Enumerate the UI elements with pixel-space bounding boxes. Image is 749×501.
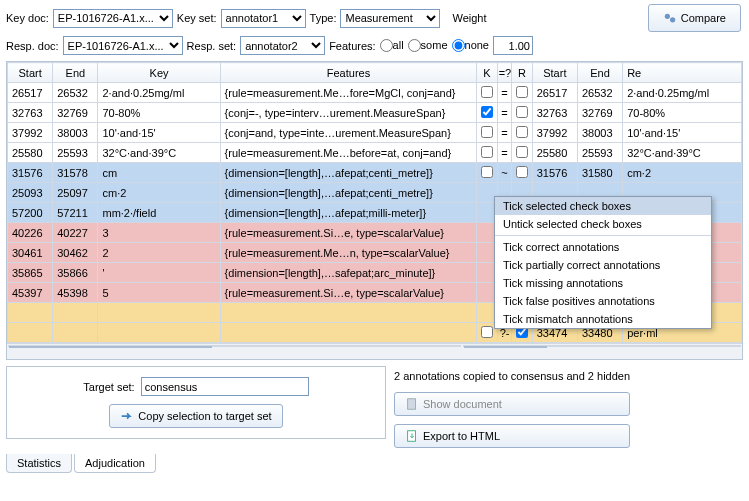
export-html-button[interactable]: Export to HTML xyxy=(394,424,630,448)
ctx-tick-mismatch[interactable]: Tick mismatch annotations xyxy=(495,310,711,328)
ctx-tick-selected[interactable]: Tick selected check boxes xyxy=(495,197,711,215)
row-checkbox[interactable] xyxy=(481,166,493,178)
col-start2[interactable]: Start xyxy=(532,63,577,83)
export-label: Export to HTML xyxy=(423,430,500,442)
resp-set-label: Resp. set: xyxy=(187,40,237,52)
ctx-sep xyxy=(495,235,711,236)
row-checkbox[interactable] xyxy=(481,146,493,158)
ctx-tick-fp[interactable]: Tick false positives annotations xyxy=(495,292,711,310)
svg-point-0 xyxy=(665,14,670,19)
col-start[interactable]: Start xyxy=(8,63,53,83)
target-set-label: Target set: xyxy=(83,381,134,393)
hscroll-left[interactable] xyxy=(7,343,462,359)
export-icon xyxy=(405,429,419,443)
ctx-untick-selected[interactable]: Untick selected check boxes xyxy=(495,215,711,233)
col-eq[interactable]: =? xyxy=(497,63,512,83)
col-end2[interactable]: End xyxy=(577,63,622,83)
ctx-tick-partial[interactable]: Tick partially correct annotations xyxy=(495,256,711,274)
table-row[interactable]: 379923800310'·and·15'{conj=and, type=int… xyxy=(8,123,742,143)
table-row[interactable]: 255802559332°C·and·39°C{rule=measurement… xyxy=(8,143,742,163)
resp-doc-select[interactable]: EP-1016726-A1.x... xyxy=(63,36,183,55)
svg-rect-2 xyxy=(408,399,416,410)
bottom-tabs: Statistics Adjudication xyxy=(6,454,743,473)
col-rest[interactable]: Re xyxy=(623,63,742,83)
bottom-area: Target set: Copy selection to target set… xyxy=(0,360,749,454)
gears-icon xyxy=(663,11,677,25)
col-end[interactable]: End xyxy=(53,63,98,83)
feat-some-radio[interactable]: some xyxy=(408,39,448,53)
features-label: Features: xyxy=(329,40,375,52)
show-document-button[interactable]: Show document xyxy=(394,392,630,416)
row-checkbox[interactable] xyxy=(481,86,493,98)
copy-selection-button[interactable]: Copy selection to target set xyxy=(109,404,282,428)
row-checkbox[interactable] xyxy=(516,146,528,158)
hscroll-right[interactable] xyxy=(462,343,742,359)
context-menu: Tick selected check boxes Untick selecte… xyxy=(494,196,712,329)
status-text: 2 annotations copied to consensus and 2 … xyxy=(394,368,630,384)
row-checkbox[interactable] xyxy=(481,326,493,338)
ctx-tick-missing[interactable]: Tick missing annotations xyxy=(495,274,711,292)
row-checkbox[interactable] xyxy=(516,106,528,118)
key-set-label: Key set: xyxy=(177,12,217,24)
svg-point-1 xyxy=(670,17,675,22)
target-set-input[interactable] xyxy=(141,377,309,396)
table-row[interactable]: 3157631578cm{dimension=[length],…afepat;… xyxy=(8,163,742,183)
key-doc-select[interactable]: EP-1016726-A1.x... xyxy=(53,9,173,28)
col-k[interactable]: K xyxy=(477,63,497,83)
table-row[interactable]: 327633276970-80%{conj=-, type=interv…ure… xyxy=(8,103,742,123)
compare-label: Compare xyxy=(681,12,726,24)
weight-label: Weight xyxy=(452,12,486,24)
type-label: Type: xyxy=(310,12,337,24)
row-checkbox[interactable] xyxy=(516,166,528,178)
row-checkbox[interactable] xyxy=(481,126,493,138)
arrow-right-icon xyxy=(120,409,134,423)
resp-doc-label: Resp. doc: xyxy=(6,40,59,52)
ctx-tick-correct[interactable]: Tick correct annotations xyxy=(495,238,711,256)
row-checkbox[interactable] xyxy=(516,86,528,98)
col-key[interactable]: Key xyxy=(98,63,220,83)
resp-set-select[interactable]: annotator2 xyxy=(240,36,325,55)
target-panel: Target set: Copy selection to target set xyxy=(6,366,386,439)
document-icon xyxy=(405,397,419,411)
top-toolbar-row2: Resp. doc: EP-1016726-A1.x... Resp. set:… xyxy=(0,36,749,59)
tab-adjudication[interactable]: Adjudication xyxy=(74,454,156,473)
row-checkbox[interactable] xyxy=(516,126,528,138)
feat-all-radio[interactable]: all xyxy=(380,39,404,53)
type-select[interactable]: Measurement xyxy=(340,9,440,28)
feat-none-radio[interactable]: none xyxy=(452,39,489,53)
copy-btn-label: Copy selection to target set xyxy=(138,410,271,422)
row-checkbox[interactable] xyxy=(481,106,493,118)
compare-button[interactable]: Compare xyxy=(648,4,741,32)
weight-input[interactable] xyxy=(493,36,533,55)
top-toolbar-row1: Key doc: EP-1016726-A1.x... Key set: ann… xyxy=(0,0,749,36)
col-r[interactable]: R xyxy=(512,63,532,83)
key-set-select[interactable]: annotator1 xyxy=(221,9,306,28)
table-row[interactable]: 26517265322·and·0.25mg/ml{rule=measureme… xyxy=(8,83,742,103)
table-header-row: Start End Key Features K =? R Start End … xyxy=(8,63,742,83)
tab-statistics[interactable]: Statistics xyxy=(6,454,72,473)
col-features[interactable]: Features xyxy=(220,63,477,83)
key-doc-label: Key doc: xyxy=(6,12,49,24)
show-doc-label: Show document xyxy=(423,398,502,410)
